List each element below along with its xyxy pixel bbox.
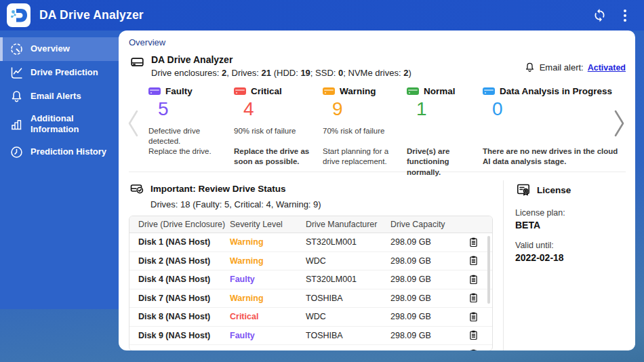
clipboard-icon[interactable] — [468, 237, 479, 248]
status-card-label: Data Analysis in Progress — [500, 86, 612, 96]
license-plan-value: BETA — [515, 220, 571, 230]
drive-status-section: Important: Review Drive Status Drives: 1… — [125, 180, 504, 350]
cell-capacity: 298.09 GB — [390, 237, 458, 247]
status-card-desc — [407, 126, 476, 146]
app-window: DA Drive Analyzer Overview — [0, 0, 644, 362]
clipboard-icon[interactable] — [468, 274, 479, 285]
refresh-icon[interactable] — [591, 7, 607, 24]
carousel-prev-icon[interactable] — [125, 108, 140, 139]
gauge-icon — [9, 42, 24, 56]
table-row[interactable]: Disk 9 (NAS Host) Faulty TOSHIBA 298.09 … — [129, 327, 492, 346]
status-card-action: Replace the drive as soon as possible. — [234, 146, 316, 167]
page-title: DA Drive Analyzer — [39, 8, 144, 22]
license-icon — [515, 182, 531, 198]
clipboard-icon[interactable] — [468, 348, 479, 350]
cell-manufacturer: WDC — [306, 256, 390, 266]
status-card-count: 4 — [243, 99, 316, 120]
table-scrollbar[interactable] — [487, 236, 490, 304]
breadcrumb: Overview — [119, 31, 635, 49]
status-card-count: 0 — [492, 99, 620, 120]
clipboard-icon[interactable] — [468, 292, 479, 304]
sidebar-item-email-alerts[interactable]: Email Alerts — [0, 85, 119, 108]
cell-severity: Faulty — [230, 275, 306, 284]
status-card-label: Normal — [424, 86, 456, 96]
cell-manufacturer: ST320LM001 — [306, 275, 390, 284]
table-row[interactable]: Disk 7 (NAS Host) Warning TOSHIBA 298.09… — [129, 289, 492, 308]
status-carousel: Faulty 5 Defective drive detected. Repla… — [119, 86, 635, 167]
license-panel: License License plan: BETA Valid until: … — [504, 180, 571, 350]
table-row[interactable]: Disk 4 (NAS Host) Faulty ST320LM001 298.… — [129, 270, 492, 289]
cell-capacity: 298.09 GB — [390, 331, 458, 340]
carousel-next-icon[interactable] — [612, 108, 627, 139]
table-row[interactable]: Disk 1 (NAS Host) Warning ST320LM001 298… — [129, 233, 492, 252]
status-card-desc: 70% risk of failure — [323, 126, 400, 146]
sidebar-item-overview[interactable]: Overview — [0, 37, 119, 61]
table-row[interactable]: Disk 8 (NAS Host) Critical WDC 298.09 GB — [129, 308, 492, 327]
email-alert-activated-link[interactable]: Activated — [588, 63, 626, 73]
clipboard-icon[interactable] — [468, 329, 479, 341]
drive-status-subtitle: Drives: 18 (Faulty: 5, Critical: 4, Warn… — [150, 199, 503, 209]
cell-drive: Disk 9 (NAS Host) — [129, 331, 230, 340]
license-title: License — [537, 185, 571, 195]
status-card-faulty: Faulty 5 Defective drive detected. Repla… — [148, 86, 234, 178]
summary-title: DA Drive Analyzer — [151, 54, 411, 65]
email-alert-status: Email alert: Activated — [524, 57, 626, 78]
drive-status-icon — [407, 87, 419, 95]
cell-manufacturer: ST320LM001 — [306, 237, 390, 247]
cell-drive: Disk 7 (NAS Host) — [129, 294, 230, 303]
cell-severity: Warning — [230, 237, 306, 247]
sidebar-item-drive-prediction[interactable]: Drive Prediction — [0, 61, 119, 85]
cell-drive: Disk 2 (NAS Host) — [129, 256, 230, 266]
app-logo-icon — [9, 6, 28, 25]
license-valid-label: Valid until: — [515, 241, 571, 250]
cell-manufacturer: TOSHIBA — [306, 331, 390, 340]
license-valid-value: 2022-02-18 — [515, 252, 571, 263]
trend-chart-icon — [9, 66, 24, 80]
cell-manufacturer: TOSHIBA — [306, 294, 390, 303]
drive-status-icon — [148, 87, 161, 95]
bell-icon — [524, 62, 536, 73]
table-row[interactable]: Disk 2 (NAS Host) Warning WDC 298.09 GB — [129, 252, 492, 271]
sidebar-item-label: Overview — [31, 43, 70, 54]
sidebar-item-prediction-history[interactable]: Prediction History — [0, 140, 119, 164]
status-card-count: 5 — [158, 99, 227, 120]
status-card-action: There are no new drives in the cloud AI … — [483, 146, 620, 167]
cell-drive: Disk 1 (NAS Host) — [129, 237, 230, 247]
status-card-label: Critical — [251, 86, 282, 96]
clipboard-icon[interactable] — [468, 311, 479, 323]
clock-icon — [9, 145, 24, 159]
status-card-action: Replace the drive. — [148, 146, 227, 157]
menu-kebab-icon[interactable] — [617, 7, 633, 24]
cell-severity: Faulty — [230, 331, 306, 340]
status-card-label: Warning — [340, 86, 376, 96]
summary-subtitle: Drive enclosures: 2, Drives: 21 (HDD: 19… — [151, 68, 411, 78]
sidebar-item-label: Email Alerts — [31, 91, 81, 102]
status-card-desc: Defective drive detected. — [148, 126, 227, 146]
bell-icon — [9, 89, 24, 104]
status-card-action: Drive(s) are functioning normally. — [407, 146, 476, 178]
license-plan-label: License plan: — [515, 208, 571, 218]
drive-status-icon — [323, 87, 335, 95]
drive-status-icon — [234, 87, 246, 95]
cell-drive: Disk 8 (NAS Host) — [129, 312, 230, 321]
clipboard-icon[interactable] — [468, 255, 479, 266]
cell-capacity: 298.09 GB — [390, 312, 458, 321]
status-card-desc — [483, 126, 620, 146]
status-card-action: Start planning for a drive replacement. — [323, 146, 400, 167]
status-card-data-analysis: Data Analysis in Progress 0 There are no… — [483, 86, 626, 178]
col-manufacturer: Drive Manufacturer — [306, 220, 390, 229]
app-logo — [7, 3, 31, 27]
status-card-desc: 90% risk of failure — [234, 126, 316, 146]
hard-drive-icon — [129, 54, 146, 71]
col-capacity: Drive Capacity — [390, 220, 458, 229]
cell-severity: Critical — [230, 312, 306, 321]
sidebar-item-label: Prediction History — [31, 146, 106, 157]
sidebar-item-additional-information[interactable]: Additional Information — [0, 108, 119, 140]
cell-severity: Warning — [230, 256, 306, 266]
table-row-partial[interactable] — [129, 345, 492, 350]
bar-chart-icon — [9, 117, 24, 132]
sidebar-item-label: Drive Prediction — [31, 67, 98, 78]
status-card-count: 9 — [332, 99, 400, 120]
drive-check-icon — [129, 180, 145, 197]
cell-capacity: 298.09 GB — [390, 294, 458, 303]
